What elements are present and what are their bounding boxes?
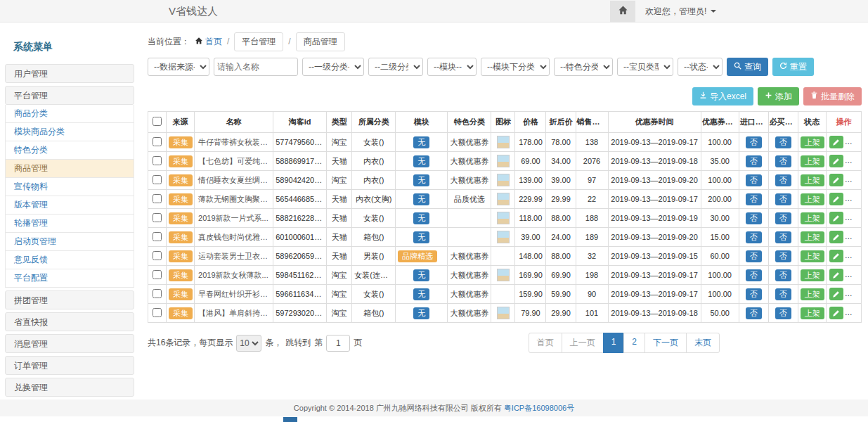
sidebar-item[interactable]: 意见反馈 [5,251,134,269]
add-button[interactable]: 添加 [758,87,799,106]
must-buy-badge[interactable]: 否 [775,269,791,281]
sidebar-item[interactable]: 商品管理 [5,160,134,178]
page-button[interactable]: 2 [623,333,645,353]
data-source-select[interactable]: --数据来源-- [148,58,209,76]
must-buy-badge[interactable]: 否 [775,155,791,167]
row-checkbox[interactable] [153,308,162,317]
import-select-badge[interactable]: 否 [746,136,762,148]
sidebar-item[interactable]: 订单管理 [5,356,134,375]
must-buy-badge[interactable]: 否 [775,174,791,186]
import-select-badge[interactable]: 否 [746,288,762,300]
edit-button[interactable] [829,269,843,281]
import-select-badge[interactable]: 否 [746,250,762,262]
row-checkbox[interactable] [153,156,162,165]
row-checkbox[interactable] [153,175,162,184]
home-button[interactable] [610,1,635,23]
page-button[interactable]: 1 [603,333,625,353]
sidebar-item[interactable]: 特色分类 [5,141,134,160]
must-buy-badge[interactable]: 否 [775,250,791,262]
page-button[interactable]: 上一页 [562,333,604,353]
batch-delete-button[interactable]: 批量删除 [803,87,862,106]
must-buy-badge[interactable]: 否 [775,307,791,319]
sidebar-item[interactable]: 平台配置 [5,269,134,288]
breadcrumb-item[interactable]: 商品管理 [296,32,345,51]
product-category: 内衣(文胸) [352,190,396,209]
sidebar-item[interactable]: 模块商品分类 [5,123,134,141]
page-button[interactable]: 下一页 [644,333,687,353]
filter-select[interactable]: --二级分类-- [368,58,423,76]
page-button[interactable]: 末页 [686,333,720,353]
filter-select[interactable]: --模块下分类-- [481,58,550,76]
edit-button[interactable] [829,174,843,186]
import-excel-button[interactable]: 导入excel [692,87,753,106]
edit-button[interactable] [829,288,843,300]
sidebar-item[interactable]: 用户管理 [5,64,134,83]
import-select-badge[interactable]: 否 [746,269,762,281]
filter-select[interactable]: --宝贝类型-- [617,58,673,76]
row-checkbox[interactable] [153,194,162,203]
status-badge[interactable]: 上架 [801,288,824,300]
table-row: 采集薄款无钢圈文胸聚拢性...565446685867天猫内衣(文胸)无品质优选… [148,190,862,209]
status-badge[interactable]: 上架 [801,231,824,243]
sidebar-item[interactable]: 消息管理 [5,334,134,353]
status-badge[interactable]: 上架 [801,155,824,167]
pagination-bar: 共16条记录，每页显示 10 条， 跳转到 第 页 首页上一页12下一页末页 [148,333,862,353]
page-number-input[interactable] [326,335,350,352]
sidebar-item[interactable]: 平台管理 [5,86,134,105]
must-buy-badge[interactable]: 否 [775,231,791,243]
page-button[interactable]: 首页 [529,333,562,353]
edit-button[interactable] [829,155,843,167]
sidebar-item[interactable]: 版本管理 [5,196,134,215]
must-buy-badge[interactable]: 否 [775,136,791,148]
row-checkbox[interactable] [153,270,162,279]
filter-select[interactable]: --一级分类-- [302,58,364,76]
filter-select[interactable]: --状态-- [678,58,723,76]
row-checkbox[interactable] [153,137,162,146]
reset-button[interactable]: 重置 [772,58,814,76]
sidebar-item[interactable]: 宣传物料 [5,178,134,196]
row-checkbox[interactable] [153,232,162,241]
status-badge[interactable]: 上架 [801,193,824,205]
edit-button[interactable] [829,136,843,148]
name-input[interactable] [214,58,298,76]
search-button[interactable]: 查询 [727,58,768,76]
user-menu[interactable]: 欢迎您，管理员! [645,6,716,18]
filter-select[interactable]: --模块-- [427,58,477,76]
edit-button[interactable] [829,193,843,205]
sidebar-item[interactable]: 兑换管理 [5,378,134,397]
must-buy-badge[interactable]: 否 [775,193,791,205]
status-badge[interactable]: 上架 [801,174,824,186]
status-badge[interactable]: 上架 [801,136,824,148]
import-select-badge[interactable]: 否 [746,174,762,186]
edit-button[interactable] [829,212,843,224]
filter-select[interactable]: --特色分类-- [554,58,613,76]
sidebar-item[interactable]: 轮播管理 [5,215,134,233]
row-checkbox[interactable] [153,251,162,260]
edit-button[interactable] [829,307,843,319]
row-checkbox[interactable] [153,289,162,298]
import-select-badge[interactable]: 否 [746,212,762,224]
must-buy-badge[interactable]: 否 [775,288,791,300]
import-select-badge[interactable]: 否 [746,193,762,205]
must-buy-badge[interactable]: 否 [775,212,791,224]
import-select-badge[interactable]: 否 [746,231,762,243]
per-page-select[interactable]: 10 [236,335,261,352]
status-badge[interactable]: 上架 [801,269,824,281]
row-checkbox[interactable] [153,213,162,222]
status-badge[interactable]: 上架 [801,307,824,319]
import-select-badge[interactable]: 否 [746,307,762,319]
sidebar-item[interactable]: 启动页管理 [5,233,134,251]
sidebar-item[interactable]: 拼团管理 [5,290,134,309]
select-all-checkbox[interactable] [153,117,162,126]
edit-button[interactable] [829,231,843,243]
sidebar-item[interactable]: 省直快报 [5,312,134,331]
status-badge[interactable]: 上架 [801,250,824,262]
sidebar-item[interactable]: 商品分类 [5,105,134,123]
breadcrumb-item[interactable]: 平台管理 [234,32,283,51]
icp-link[interactable]: 粤ICP备16098006号 [504,403,574,414]
import-select-badge[interactable]: 否 [746,155,762,167]
edit-button[interactable] [829,250,843,262]
breadcrumb-home[interactable]: 首页 [195,36,222,48]
sales-count: 138 [576,133,608,152]
status-badge[interactable]: 上架 [801,212,824,224]
